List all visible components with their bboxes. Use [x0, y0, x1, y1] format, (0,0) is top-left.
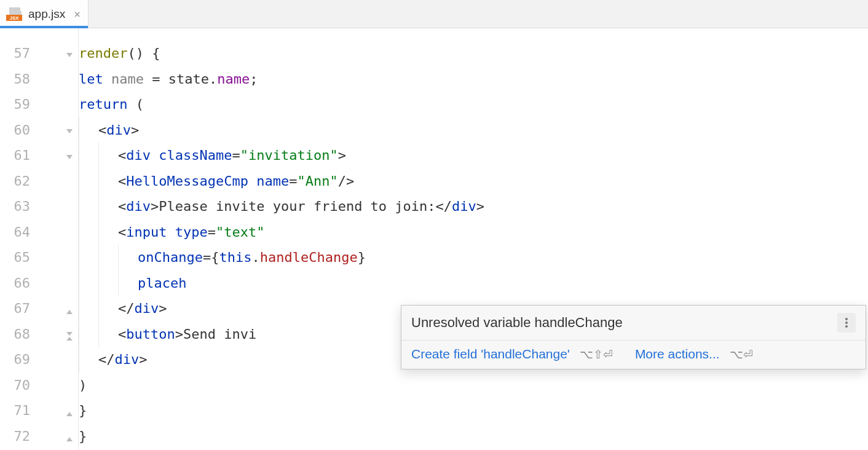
line-number: 72	[0, 428, 34, 444]
svg-marker-7	[66, 310, 73, 314]
line-number: 61	[0, 148, 34, 163]
code-line-60[interactable]: <div>	[79, 117, 868, 143]
svg-marker-5	[66, 129, 73, 133]
code-line-72[interactable]: }	[79, 424, 868, 449]
fold-open-close-icon[interactable]	[65, 329, 74, 339]
svg-rect-0	[9, 7, 20, 11]
code-line-71[interactable]: }	[79, 398, 868, 424]
svg-point-14	[845, 325, 848, 328]
line-number: 66	[0, 275, 34, 291]
code-line-61[interactable]: <div className="invitation">	[79, 143, 868, 168]
line-number: 70	[0, 377, 34, 393]
code-line-57[interactable]: render() {	[79, 41, 868, 66]
quickfix-create-field[interactable]: Create field 'handleChange'	[411, 347, 570, 361]
svg-rect-1	[9, 11, 22, 15]
line-number: 59	[0, 97, 34, 112]
shortcut-label: ⌥⏎	[730, 347, 753, 361]
file-tab-label: app.jsx	[28, 7, 65, 21]
editor-gutter: 57 58 59 60 61 62 63 64 65 66 67 68 69 7…	[0, 28, 79, 450]
fold-close-icon[interactable]	[65, 304, 74, 314]
svg-marker-8	[66, 332, 73, 336]
line-number: 71	[0, 403, 34, 418]
line-number: 65	[0, 250, 34, 265]
code-line-64[interactable]: <input type="text"	[79, 219, 868, 245]
svg-marker-11	[66, 437, 73, 441]
code-line-59[interactable]: return (	[79, 92, 868, 117]
fold-open-icon[interactable]	[65, 125, 74, 135]
svg-marker-4	[66, 53, 73, 57]
popup-title: Unresolved variable handleChange	[411, 315, 623, 331]
svg-marker-6	[66, 155, 73, 159]
line-number: 60	[0, 122, 34, 138]
line-number: 64	[0, 224, 34, 240]
code-line-58[interactable]: let name = state.name;	[79, 66, 868, 92]
svg-point-12	[845, 318, 848, 320]
line-number: 58	[0, 71, 34, 87]
svg-text:JSX: JSX	[9, 15, 19, 21]
editor-tab-bar: JSX app.jsx ×	[0, 0, 868, 28]
file-tab-app-jsx[interactable]: JSX app.jsx ×	[0, 0, 89, 28]
svg-marker-10	[66, 412, 73, 416]
inspection-popup: Unresolved variable handleChange Create …	[401, 305, 866, 369]
fold-open-icon[interactable]	[65, 151, 74, 160]
svg-point-13	[845, 322, 848, 324]
fold-open-icon[interactable]	[65, 49, 74, 58]
line-number: 57	[0, 45, 34, 61]
code-editor[interactable]: render() { let name = state.name; return…	[79, 28, 868, 450]
code-line-62[interactable]: <HelloMessageCmp name="Ann"/>	[79, 168, 868, 194]
jsx-file-icon: JSX	[6, 7, 25, 21]
fold-close-icon[interactable]	[65, 431, 74, 441]
code-line-65[interactable]: onChange={this.handleChange}	[79, 245, 868, 270]
quickfix-more-actions[interactable]: More actions...	[635, 347, 720, 361]
line-number: 62	[0, 173, 34, 189]
shortcut-label: ⌥⇧⏎	[580, 347, 613, 361]
fold-close-icon[interactable]	[65, 406, 74, 416]
more-options-icon[interactable]	[837, 313, 856, 333]
close-icon[interactable]: ×	[74, 7, 81, 20]
line-number: 69	[0, 352, 34, 367]
code-line-63[interactable]: <div>Please invite your friend to join:<…	[79, 194, 868, 219]
svg-marker-9	[66, 337, 73, 341]
code-line-70[interactable]: )	[79, 373, 868, 398]
line-number: 63	[0, 199, 34, 214]
line-number: 68	[0, 326, 34, 342]
line-number: 67	[0, 301, 34, 316]
code-line-66[interactable]: placeh	[79, 270, 868, 296]
